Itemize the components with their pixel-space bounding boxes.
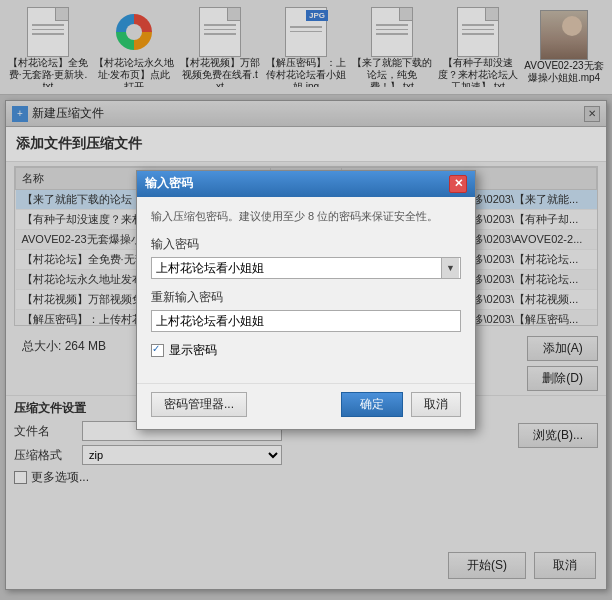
dialog-content: 输入压缩包密码。建议使用至少 8 位的密码来保证安全性。 输入密码 ▼ 重新输入… [137,197,475,383]
dialog-close-button[interactable]: ✕ [449,175,467,193]
password-label: 输入密码 [151,236,461,253]
dialog-hint: 输入压缩包密码。建议使用至少 8 位的密码来保证安全性。 [151,209,461,224]
confirm-input-row [151,310,461,332]
dialog-bottom-row: 密码管理器... 确定 取消 [137,383,475,429]
dialog-cancel-button[interactable]: 取消 [411,392,461,417]
show-password-row: 显示密码 [151,342,461,359]
confirm-password-input[interactable] [151,310,461,332]
password-dropdown-arrow[interactable]: ▼ [441,258,459,278]
password-dialog: 输入密码 ✕ 输入压缩包密码。建议使用至少 8 位的密码来保证安全性。 输入密码… [136,170,476,430]
show-password-checkbox[interactable] [151,344,164,357]
dialog-titlebar: 输入密码 ✕ [137,171,475,197]
password-manager-button[interactable]: 密码管理器... [151,392,247,417]
show-password-label: 显示密码 [169,342,217,359]
password-input[interactable] [151,257,461,279]
password-input-row: ▼ [151,257,461,279]
dialog-title: 输入密码 [145,175,193,192]
ok-button[interactable]: 确定 [341,392,403,417]
confirm-password-label: 重新输入密码 [151,289,461,306]
dialog-overlay: 输入密码 ✕ 输入压缩包密码。建议使用至少 8 位的密码来保证安全性。 输入密码… [0,0,612,600]
